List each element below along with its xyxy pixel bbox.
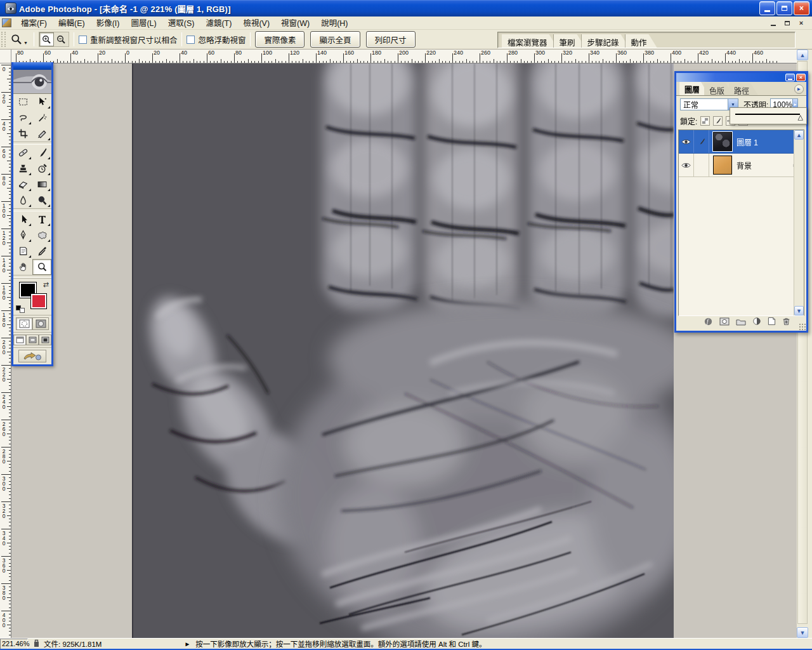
checkbox-icon[interactable]: [79, 36, 87, 44]
visibility-toggle[interactable]: [679, 130, 694, 153]
menu-item[interactable]: 圖層(L): [125, 15, 162, 30]
add-layer-mask-button[interactable]: [719, 317, 730, 328]
rectangular-marquee-tool[interactable]: [13, 94, 32, 110]
menu-item[interactable]: 檢視(V): [237, 15, 275, 30]
eraser-tool[interactable]: [13, 176, 32, 192]
scroll-up-button[interactable]: ▲: [794, 130, 804, 140]
quickmask-mode-button[interactable]: [32, 317, 49, 330]
menu-item[interactable]: 檔案(F): [15, 15, 53, 30]
visibility-toggle[interactable]: [679, 154, 694, 176]
hand-tool[interactable]: [13, 259, 32, 275]
layers-scrollbar[interactable]: ▲ ▼: [794, 130, 804, 315]
magic-wand-tool[interactable]: [32, 110, 51, 126]
palette-well-tab[interactable]: 動作: [625, 34, 657, 48]
zoom-out-button[interactable]: [54, 32, 69, 46]
custom-shape-tool[interactable]: [32, 227, 51, 243]
adjustment-layer-button[interactable]: [752, 317, 761, 328]
doc-restore-button[interactable]: [782, 18, 793, 28]
opacity-slider-popup[interactable]: △: [730, 107, 807, 124]
view-button[interactable]: 實際像素: [255, 31, 304, 48]
zoom-in-button[interactable]: [39, 32, 54, 46]
new-layer-button[interactable]: [768, 317, 776, 328]
ignore-palettes-checkbox[interactable]: 忽略浮動視窗: [187, 34, 246, 46]
zoom-tool[interactable]: [32, 259, 51, 275]
menu-item[interactable]: 說明(H): [315, 15, 353, 30]
resize-windows-checkbox[interactable]: 重新調整視窗尺寸以相合: [79, 34, 178, 46]
delete-layer-button[interactable]: [782, 317, 790, 328]
toolbox-title-bar[interactable]: [13, 62, 51, 70]
palette-well-tab[interactable]: 檔案瀏覽器: [502, 34, 558, 48]
document-icon[interactable]: [2, 18, 11, 27]
palette-close-button[interactable]: ×: [796, 74, 806, 81]
opacity-slider-thumb[interactable]: △: [798, 114, 803, 121]
layer-row-layer1[interactable]: 圖層 1: [679, 130, 804, 154]
link-cell[interactable]: [694, 154, 709, 176]
layer-style-button[interactable]: f: [704, 317, 713, 329]
pen-tool[interactable]: [13, 227, 32, 243]
lock-image-button[interactable]: [713, 116, 723, 126]
menu-item[interactable]: 濾鏡(T): [200, 15, 237, 30]
palette-well-tab[interactable]: 筆刷: [554, 34, 586, 48]
move-tool[interactable]: [32, 94, 51, 110]
doc-close-button[interactable]: ×: [796, 18, 807, 28]
minimize-button[interactable]: [759, 1, 775, 15]
scroll-up-button[interactable]: ▲: [797, 50, 808, 60]
clone-stamp-tool[interactable]: [13, 161, 32, 176]
layer-thumbnail[interactable]: [713, 132, 732, 151]
background-color-swatch[interactable]: [30, 293, 47, 309]
eyedropper-tool[interactable]: [32, 243, 51, 259]
palette-menu-button[interactable]: ►: [794, 84, 804, 94]
history-brush-tool[interactable]: [32, 161, 51, 176]
menu-item[interactable]: 編輯(E): [53, 15, 91, 30]
menu-item[interactable]: 影像(I): [91, 15, 126, 30]
layers-palette-title-bar[interactable]: ×: [676, 73, 806, 82]
notes-tool[interactable]: [13, 243, 32, 259]
new-layer-set-button[interactable]: [736, 317, 746, 328]
document-info-icon[interactable]: [33, 639, 40, 649]
slice-tool[interactable]: [32, 126, 51, 142]
checkbox-icon[interactable]: [187, 36, 195, 44]
vertical-ruler: 0204060801001201401601802002202402602803…: [0, 63, 11, 638]
restore-button[interactable]: [776, 1, 792, 15]
tool-preset-caret-icon[interactable]: ▼: [23, 41, 28, 45]
gradient-tool[interactable]: [32, 176, 51, 192]
view-button[interactable]: 顯示全頁: [310, 31, 360, 48]
opacity-slider-track[interactable]: [735, 114, 800, 115]
fullscreen-menubar-mode-button[interactable]: [26, 335, 39, 345]
scroll-down-button[interactable]: ▼: [797, 627, 808, 638]
menu-item[interactable]: 視窗(W): [275, 15, 315, 30]
current-tool-zoom[interactable]: ▼: [10, 33, 29, 46]
zoom-level-field[interactable]: 221.46%: [0, 639, 28, 649]
canvas-image[interactable]: [132, 63, 674, 638]
view-button[interactable]: 列印尺寸: [366, 31, 416, 48]
photoshop-eye-banner[interactable]: [13, 70, 51, 94]
lasso-tool[interactable]: [13, 110, 32, 126]
palette-well-tab[interactable]: 步驟記錄: [582, 34, 629, 48]
doc-minimize-button[interactable]: [768, 18, 779, 28]
swap-colors-icon[interactable]: ⇄: [43, 281, 49, 289]
brush-tool[interactable]: [32, 145, 51, 161]
type-tool[interactable]: [32, 211, 51, 227]
close-button[interactable]: ×: [794, 1, 809, 15]
lock-transparency-button[interactable]: [700, 116, 710, 126]
scroll-down-button[interactable]: ▼: [794, 306, 804, 315]
healing-brush-tool[interactable]: [13, 145, 32, 161]
layer-thumbnail[interactable]: [713, 156, 732, 175]
menu-item[interactable]: 選取(S): [162, 15, 200, 30]
standard-screen-mode-button[interactable]: [13, 335, 26, 345]
standard-mode-button[interactable]: [16, 317, 32, 330]
tab-paths[interactable]: 路徑: [729, 83, 758, 95]
active-layer-indicator[interactable]: [694, 130, 709, 153]
layer-row-background[interactable]: 背景: [679, 154, 804, 177]
jump-to-imageready-button[interactable]: [18, 350, 46, 362]
layer-name[interactable]: 背景: [735, 160, 792, 171]
crop-tool[interactable]: [13, 126, 32, 142]
dodge-tool[interactable]: [32, 192, 51, 208]
fullscreen-mode-button[interactable]: [39, 335, 51, 345]
path-selection-tool[interactable]: [13, 211, 32, 227]
default-colors-icon[interactable]: [16, 305, 25, 313]
palette-resize-grip[interactable]: [799, 323, 806, 330]
blur-tool[interactable]: [13, 192, 32, 208]
options-bar-grip[interactable]: [1, 32, 6, 47]
palette-minimize-button[interactable]: [785, 74, 795, 81]
